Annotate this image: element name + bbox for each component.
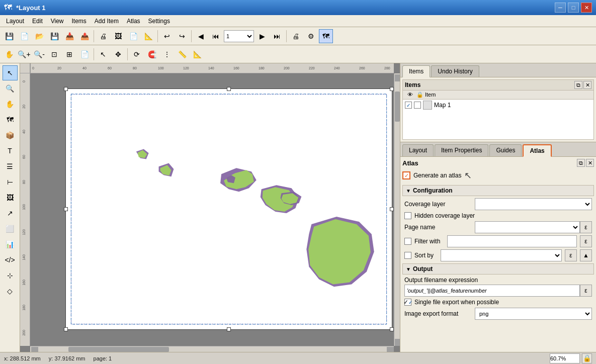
- coverage-layer-combo[interactable]: [475, 198, 592, 210]
- scroll-v-thumb[interactable]: [395, 92, 400, 122]
- items-float-button[interactable]: ⧉: [574, 81, 582, 89]
- add-table-tool[interactable]: 📊: [3, 237, 18, 252]
- menu-add-item[interactable]: Add Item: [91, 17, 123, 26]
- lock-checkbox-map1[interactable]: [414, 102, 421, 109]
- item-row-map1[interactable]: Map 1: [403, 100, 593, 111]
- sort-by-order-button[interactable]: ▲: [580, 249, 592, 261]
- add-legend-tool[interactable]: ☰: [3, 159, 18, 174]
- zoom-extent-tool[interactable]: ⊡: [47, 47, 61, 61]
- horizontal-scrollbar[interactable]: [30, 346, 394, 352]
- select-tool[interactable]: ↖: [96, 47, 110, 61]
- atlas-float-button[interactable]: ⧉: [577, 159, 585, 167]
- atlas-export-button[interactable]: 🖨: [289, 29, 303, 43]
- scroll-h-thumb[interactable]: [68, 347, 169, 352]
- sort-by-combo[interactable]: [441, 249, 562, 261]
- zoom-lock-button[interactable]: 🔒: [582, 353, 592, 363]
- snap-tool[interactable]: 🧲: [145, 47, 159, 61]
- tab-atlas[interactable]: Atlas: [523, 144, 551, 157]
- atlas-page-combo[interactable]: 1: [224, 30, 254, 42]
- move-item-tool[interactable]: ✥: [111, 47, 125, 61]
- sort-by-expr-button[interactable]: ε: [565, 249, 577, 261]
- pan-tool[interactable]: ✋: [2, 47, 16, 61]
- pan-canvas-tool[interactable]: ✋: [3, 97, 18, 112]
- tab-layout[interactable]: Layout: [402, 144, 434, 156]
- zoom-in-tool[interactable]: 🔍+: [17, 47, 31, 61]
- atlas-prev-button[interactable]: ◀: [194, 29, 208, 43]
- move-content-tool[interactable]: ⊹: [3, 268, 18, 283]
- add-shape-tool[interactable]: ⬜: [3, 221, 18, 236]
- export-button[interactable]: 📤: [77, 29, 92, 43]
- open-button[interactable]: 📂: [32, 29, 46, 43]
- menu-view[interactable]: View: [47, 17, 68, 26]
- grid-tool[interactable]: ⋮: [160, 47, 174, 61]
- page-name-combo[interactable]: [475, 221, 580, 233]
- output-section-header[interactable]: ▼ Output: [402, 263, 594, 275]
- redo-button[interactable]: ↪: [175, 29, 189, 43]
- new-button[interactable]: 📄: [17, 29, 31, 43]
- atlas-prev2-button[interactable]: ⏮: [209, 29, 223, 43]
- hidden-coverage-checkbox[interactable]: [404, 212, 411, 219]
- minimize-button[interactable]: ─: [555, 3, 566, 13]
- atlas-settings-button[interactable]: ⚙: [304, 29, 318, 43]
- save-button[interactable]: 💾: [2, 29, 16, 43]
- add-map-tool[interactable]: 🗺: [3, 112, 18, 127]
- tab-items[interactable]: Items: [402, 65, 430, 77]
- scroll-h-right[interactable]: [387, 347, 394, 352]
- add-image-tool[interactable]: 🖼: [3, 190, 18, 205]
- single-file-checkbox[interactable]: ✓: [404, 299, 411, 306]
- menu-edit[interactable]: Edit: [28, 17, 47, 26]
- add-arrow-tool[interactable]: ↗: [3, 206, 18, 221]
- zoom-canvas-tool[interactable]: 🔍: [3, 81, 18, 96]
- export-pdf-button[interactable]: 📄: [126, 29, 140, 43]
- sort-by-checkbox[interactable]: [404, 252, 411, 259]
- add-html-tool[interactable]: </>: [3, 252, 18, 267]
- close-button[interactable]: ✕: [581, 3, 592, 13]
- zoom-full-tool[interactable]: ⊞: [62, 47, 76, 61]
- select-items-tool[interactable]: ↖: [3, 65, 18, 80]
- export-img-button[interactable]: 🖼: [111, 29, 125, 43]
- import-button[interactable]: 📥: [62, 29, 76, 43]
- add-label-tool[interactable]: T: [3, 143, 18, 158]
- refresh-tool[interactable]: ⟳: [130, 47, 144, 61]
- visibility-checkbox-map1[interactable]: [405, 102, 412, 109]
- configuration-section-header[interactable]: ▼ Configuration: [402, 185, 594, 196]
- scroll-v-up[interactable]: [395, 74, 400, 81]
- canvas-area[interactable]: 0 20 40 60 80 100 120 140 160 180 200 22…: [20, 63, 400, 352]
- undo-button[interactable]: ↩: [160, 29, 174, 43]
- tab-item-properties[interactable]: Item Properties: [435, 144, 488, 156]
- zoom-out-tool[interactable]: 🔍-: [32, 47, 46, 61]
- tab-undo-history[interactable]: Undo History: [431, 65, 479, 77]
- visibility-toggle-map1[interactable]: [405, 101, 414, 110]
- page-name-expr-button[interactable]: ε: [580, 221, 592, 233]
- save-as-button[interactable]: 💾: [47, 29, 61, 43]
- maximize-button[interactable]: □: [568, 3, 579, 13]
- items-close-button[interactable]: ✕: [583, 81, 591, 89]
- atlas-next-button[interactable]: ▶: [255, 29, 269, 43]
- menu-layout[interactable]: Layout: [2, 17, 28, 26]
- add-scalebar-tool[interactable]: ⊢: [3, 174, 18, 190]
- vertical-scrollbar[interactable]: [394, 73, 400, 346]
- lock-toggle-map1[interactable]: [414, 101, 423, 110]
- edit-nodes-tool[interactable]: ◇: [3, 284, 18, 299]
- export-svg-button[interactable]: 📐: [141, 29, 155, 43]
- scroll-v-down[interactable]: [395, 339, 400, 346]
- atlas-close-button[interactable]: ✕: [586, 159, 594, 167]
- page-canvas[interactable]: [65, 88, 392, 330]
- output-filename-input[interactable]: [404, 285, 580, 297]
- guide-tool[interactable]: 📏: [175, 47, 189, 61]
- scroll-h-left[interactable]: [31, 347, 38, 352]
- atlas-toggle-button[interactable]: 🗺: [319, 29, 333, 43]
- menu-atlas[interactable]: Atlas: [123, 17, 144, 26]
- output-filename-expr-button[interactable]: ε: [580, 285, 592, 297]
- image-format-combo[interactable]: png jpg svg: [475, 308, 592, 320]
- print-button[interactable]: 🖨: [96, 29, 110, 43]
- menu-items[interactable]: Items: [68, 17, 91, 26]
- smart-guide-tool[interactable]: 📐: [190, 47, 204, 61]
- generate-atlas-checkbox[interactable]: [402, 171, 410, 179]
- menu-settings[interactable]: Settings: [144, 17, 174, 26]
- zoom-input[interactable]: [550, 353, 580, 363]
- tab-guides[interactable]: Guides: [489, 144, 522, 156]
- atlas-next2-button[interactable]: ⏭: [270, 29, 284, 43]
- filter-with-input[interactable]: [447, 235, 577, 247]
- add-3dmap-tool[interactable]: 📦: [3, 128, 18, 143]
